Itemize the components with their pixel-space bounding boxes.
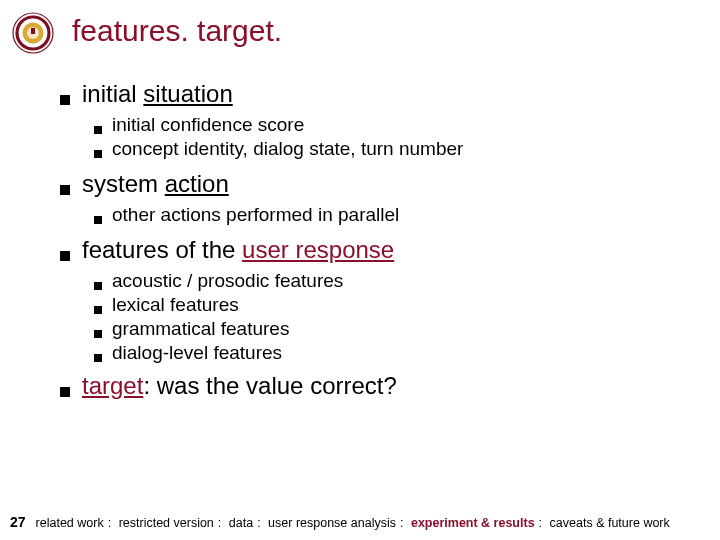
bullet-icon: [94, 282, 102, 290]
bullet-icon: [94, 330, 102, 338]
item-text: lexical features: [112, 294, 239, 316]
item-text: acoustic / prosodic features: [112, 270, 343, 292]
list-item: other actions performed in parallel: [94, 204, 696, 226]
item-text: dialog-level features: [112, 342, 282, 364]
bullet-icon: [94, 126, 102, 134]
svg-rect-4: [31, 28, 35, 34]
section-label: features of the user response: [82, 236, 394, 264]
breadcrumb-item: user response analysis: [268, 516, 396, 530]
bullet-icon: [94, 216, 102, 224]
breadcrumb-item-active: experiment & results: [411, 516, 535, 530]
item-text: initial confidence score: [112, 114, 304, 136]
breadcrumb-item: restricted version: [119, 516, 214, 530]
section-target: target: was the value correct?: [60, 372, 696, 400]
page-number: 27: [10, 514, 26, 530]
bullet-icon: [94, 306, 102, 314]
item-text: concept identity, dialog state, turn num…: [112, 138, 463, 160]
section-label: initial situation: [82, 80, 233, 108]
list-item: acoustic / prosodic features: [94, 270, 696, 292]
bullet-icon: [60, 185, 70, 195]
bullet-icon: [94, 150, 102, 158]
slide-title: features. target.: [72, 14, 282, 48]
item-text: other actions performed in parallel: [112, 204, 399, 226]
section-action: system action other actions performed in…: [60, 170, 696, 226]
logo-seal: [12, 12, 54, 54]
section-label: target: was the value correct?: [82, 372, 397, 400]
breadcrumb: related work: restricted version: data: …: [36, 516, 710, 530]
slide-content: initial situation initial confidence sco…: [60, 80, 696, 406]
breadcrumb-item: data: [229, 516, 253, 530]
breadcrumb-item: caveats & future work: [550, 516, 670, 530]
list-item: concept identity, dialog state, turn num…: [94, 138, 696, 160]
bullet-icon: [60, 251, 70, 261]
seal-icon: [12, 12, 54, 54]
bullet-icon: [94, 354, 102, 362]
list-item: lexical features: [94, 294, 696, 316]
section-initial: initial situation initial confidence sco…: [60, 80, 696, 160]
footer: 27 related work: restricted version: dat…: [10, 514, 710, 530]
section-user-response: features of the user response acoustic /…: [60, 236, 696, 364]
list-item: grammatical features: [94, 318, 696, 340]
section-label: system action: [82, 170, 229, 198]
list-item: initial confidence score: [94, 114, 696, 136]
bullet-icon: [60, 387, 70, 397]
breadcrumb-item: related work: [36, 516, 104, 530]
list-item: dialog-level features: [94, 342, 696, 364]
bullet-icon: [60, 95, 70, 105]
item-text: grammatical features: [112, 318, 289, 340]
